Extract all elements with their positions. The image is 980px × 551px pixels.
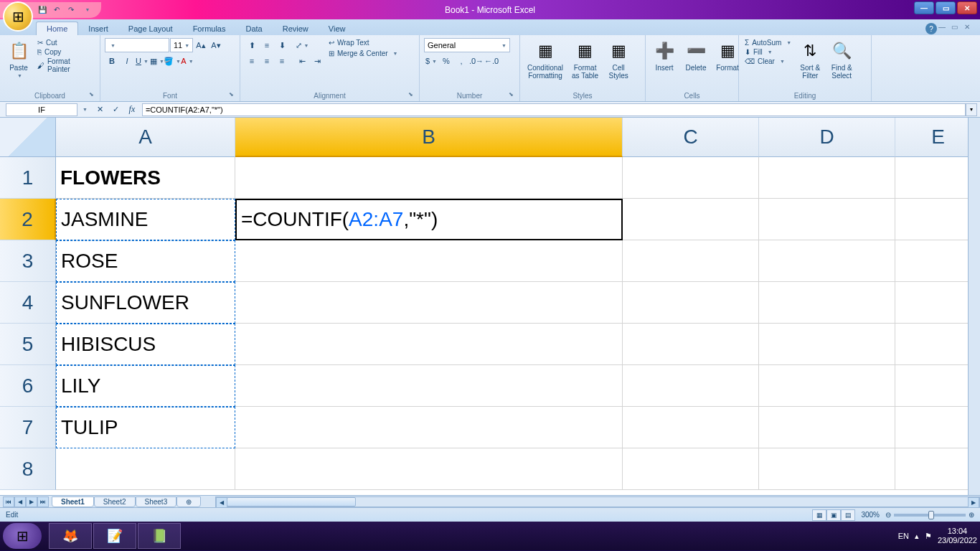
help-button[interactable]: ? — [925, 23, 937, 34]
cell-d7[interactable] — [759, 407, 895, 448]
view-normal-button[interactable]: ▦ — [812, 509, 826, 521]
align-right-button[interactable]: ≡ — [275, 54, 289, 68]
cancel-formula-button[interactable]: ✕ — [93, 103, 108, 116]
row-header-1[interactable]: 1 — [0, 157, 56, 199]
hscroll-thumb[interactable] — [227, 497, 356, 507]
zoom-percent[interactable]: 300% — [861, 511, 880, 519]
enter-formula-button[interactable]: ✓ — [109, 103, 123, 116]
select-all-corner[interactable] — [0, 118, 56, 157]
view-page-break-button[interactable]: ▤ — [841, 509, 855, 521]
taskbar-word[interactable]: 📝 — [93, 523, 136, 549]
orientation-button[interactable]: ⤢▼ — [295, 38, 309, 52]
align-left-button[interactable]: ≡ — [245, 54, 259, 68]
align-top-button[interactable]: ⬆ — [245, 38, 259, 52]
sheet-tab-2[interactable]: Sheet2 — [94, 496, 136, 507]
fill-button[interactable]: ⬇Fill▼ — [743, 47, 793, 57]
ribbon-minimize[interactable]: — — [938, 23, 948, 33]
zoom-slider[interactable] — [894, 514, 966, 517]
cell-c3[interactable] — [623, 240, 759, 282]
tray-lang[interactable]: EN — [898, 532, 909, 540]
alignment-launcher[interactable]: ⬊ — [408, 91, 417, 100]
qat-undo[interactable]: ↶ — [50, 4, 63, 17]
cell-a2[interactable]: JASMINE — [56, 199, 235, 240]
cell-styles-button[interactable]: ▦Cell Styles — [604, 38, 633, 81]
sheet-nav-last[interactable]: ⏭ — [37, 496, 49, 507]
cell-d2[interactable] — [759, 199, 895, 240]
zoom-out-button[interactable]: ⊖ — [885, 511, 891, 519]
tab-view[interactable]: View — [319, 22, 356, 35]
sheet-tab-new[interactable]: ⊕ — [176, 496, 201, 507]
ribbon-close[interactable]: ✕ — [964, 23, 974, 33]
border-button[interactable]: ▦▼ — [150, 54, 164, 68]
cell-c8[interactable] — [623, 448, 759, 490]
sheet-tab-3[interactable]: Sheet3 — [136, 496, 177, 507]
align-middle-button[interactable]: ≡ — [260, 38, 274, 52]
comma-button[interactable]: , — [454, 54, 468, 68]
office-button[interactable]: ⊞ — [3, 1, 33, 32]
cell-a4[interactable]: SUNFLOWER — [56, 282, 235, 324]
hscroll-left[interactable]: ◀ — [216, 497, 227, 508]
align-bottom-button[interactable]: ⬇ — [275, 38, 289, 52]
number-format-combo[interactable]: General▼ — [424, 38, 510, 52]
autosum-button[interactable]: ΣAutoSum▼ — [743, 38, 793, 47]
cell-a6[interactable]: LILY — [56, 365, 235, 407]
vertical-scrollbar[interactable] — [968, 118, 980, 495]
cell-a5[interactable]: HIBISCUS — [56, 324, 235, 365]
col-header-c[interactable]: C — [623, 118, 759, 157]
maximize-button[interactable]: ▭ — [936, 1, 956, 14]
tab-review[interactable]: Review — [273, 22, 319, 35]
zoom-thumb[interactable] — [928, 511, 934, 519]
close-button[interactable]: ✕ — [957, 1, 977, 14]
sort-filter-button[interactable]: ⇅Sort & Filter — [796, 38, 824, 81]
expand-formula-bar[interactable]: ▾ — [966, 103, 977, 116]
minimize-button[interactable]: — — [914, 1, 934, 14]
hscroll-right[interactable]: ▶ — [968, 497, 979, 508]
cut-button[interactable]: ✂Cut — [36, 38, 95, 47]
copy-button[interactable]: ⎘Copy — [36, 47, 95, 57]
underline-button[interactable]: U▼ — [135, 54, 149, 68]
cell-c1[interactable] — [623, 157, 759, 199]
sheet-tab-1[interactable]: Sheet1 — [52, 496, 94, 507]
name-box[interactable]: IF — [6, 103, 77, 116]
fill-color-button[interactable]: 🪣▼ — [165, 54, 179, 68]
font-launcher[interactable]: ⬊ — [229, 91, 237, 100]
cell-c7[interactable] — [623, 407, 759, 448]
col-header-a[interactable]: A — [56, 118, 235, 157]
cell-a3[interactable]: ROSE — [56, 240, 235, 282]
spreadsheet-grid[interactable]: A B C D E 1 2 3 4 5 6 7 8 FLOWERS JASMIN… — [0, 118, 980, 495]
format-cells-button[interactable]: ▦Format — [713, 38, 742, 73]
align-center-button[interactable]: ≡ — [260, 54, 274, 68]
col-header-d[interactable]: D — [759, 118, 895, 157]
sheet-nav-prev[interactable]: ◀ — [14, 496, 26, 507]
paste-button[interactable]: 📋 Paste ▼ — [4, 38, 33, 80]
cell-b8[interactable] — [235, 448, 623, 490]
namebox-dropdown[interactable]: ▼ — [80, 107, 90, 112]
zoom-in-button[interactable]: ⊕ — [969, 511, 974, 519]
cell-a7[interactable]: TULIP — [56, 407, 235, 448]
format-painter-button[interactable]: 🖌Format Painter — [36, 57, 95, 74]
insert-function-button[interactable]: fx — [125, 103, 139, 116]
tray-flag-icon[interactable]: ⚑ — [925, 532, 932, 541]
decrease-font-button[interactable]: A▾ — [209, 38, 223, 52]
tab-formulas[interactable]: Formulas — [183, 22, 236, 35]
taskbar-excel[interactable]: 📗 — [138, 523, 181, 549]
qat-save[interactable]: 💾 — [36, 4, 49, 17]
cell-c2[interactable] — [623, 199, 759, 240]
row-header-3[interactable]: 3 — [0, 240, 56, 282]
cell-c5[interactable] — [623, 324, 759, 365]
number-launcher[interactable]: ⬊ — [509, 91, 517, 100]
find-select-button[interactable]: 🔍Find & Select — [827, 38, 856, 81]
cell-d4[interactable] — [759, 282, 895, 324]
format-as-table-button[interactable]: ▦Format as Table — [569, 38, 601, 81]
cell-a1[interactable]: FLOWERS — [56, 157, 235, 199]
row-header-5[interactable]: 5 — [0, 324, 56, 365]
cell-a8[interactable] — [56, 448, 235, 490]
delete-cells-button[interactable]: ➖Delete — [682, 38, 710, 73]
font-family-combo[interactable]: ▼ — [105, 38, 169, 52]
qat-redo[interactable]: ↷ — [65, 4, 77, 17]
row-header-4[interactable]: 4 — [0, 282, 56, 324]
insert-cells-button[interactable]: ➕Insert — [650, 38, 679, 73]
row-header-7[interactable]: 7 — [0, 407, 56, 448]
tray-clock[interactable]: 13:04 23/09/2022 — [938, 527, 977, 545]
tab-data[interactable]: Data — [235, 22, 272, 35]
